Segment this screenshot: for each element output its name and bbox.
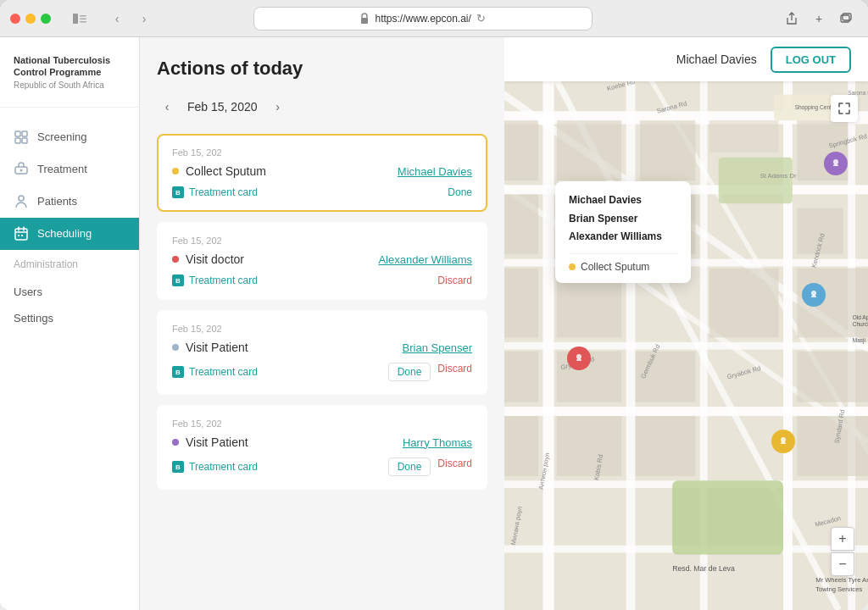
browser-titlebar: ‹ › https://www.epcon.ai/ ↻ + [0, 0, 868, 37]
sidebar-item-settings[interactable]: Settings [0, 305, 139, 331]
tc-icon-4: B [172, 461, 184, 473]
administration-label: Administration [0, 250, 139, 279]
svg-rect-2 [80, 18, 86, 19]
svg-rect-54 [557, 416, 621, 476]
treatment-card-link-4[interactable]: B Treatment card [172, 461, 258, 473]
card-person-4[interactable]: Harry Thomas [403, 436, 472, 449]
treatment-icon [14, 162, 29, 177]
map-pin-yellow2[interactable] [771, 430, 795, 453]
grid-icon [14, 130, 29, 145]
svg-rect-52 [797, 352, 868, 402]
treatment-card-link-2[interactable]: B Treatment card [172, 274, 258, 286]
main-content: Actions of today ‹ Feb 15, 2020 › Feb 15… [140, 37, 504, 610]
map-area: Michael Davies LOG OUT [504, 37, 868, 610]
card-date-2: Feb 15, 202 [172, 236, 472, 246]
dot-yellow-1 [172, 168, 179, 175]
zoom-in-button[interactable]: + [831, 527, 854, 551]
tc-label-2: Treatment card [189, 274, 258, 286]
svg-rect-35 [672, 480, 783, 554]
refresh-icon[interactable]: ↻ [476, 12, 486, 25]
discard-label-2[interactable]: Discard [437, 274, 472, 286]
svg-text:Resd. Mar de Leva: Resd. Mar de Leva [672, 564, 735, 573]
sidebar-item-treatment[interactable]: Treatment [0, 153, 139, 186]
tc-label-1: Treatment card [189, 186, 258, 198]
svg-rect-49 [504, 352, 538, 402]
share-icon[interactable] [780, 7, 804, 30]
next-date-button[interactable]: › [268, 97, 288, 117]
address-bar[interactable]: https://www.epcon.ai/ ↻ [253, 7, 593, 30]
expand-icon [837, 102, 851, 115]
tabs-icon[interactable] [834, 7, 858, 30]
minimize-button[interactable] [25, 14, 36, 24]
card-person-2[interactable]: Alexander Williams [378, 253, 472, 266]
card-action-2: Visit doctor [172, 252, 244, 266]
map-popup: Michael Davies Brian Spenser Alexander W… [555, 181, 691, 283]
prev-date-button[interactable]: ‹ [157, 97, 177, 117]
zoom-out-button[interactable]: − [831, 552, 854, 576]
svg-text:St Adams Dr: St Adams Dr [760, 172, 797, 180]
svg-rect-10 [22, 138, 27, 143]
svg-rect-9 [15, 138, 20, 143]
svg-text:Masji: Masji [853, 337, 866, 344]
svg-point-12 [20, 169, 23, 171]
patients-label: Patients [37, 195, 77, 208]
sidebar-item-patients[interactable]: Patients [0, 186, 139, 218]
done-button-4[interactable]: Done [388, 458, 431, 476]
card-main-row-4: Visit Patient Harry Thomas [172, 435, 472, 449]
treatment-card-link-1[interactable]: B Treatment card [172, 186, 258, 198]
tc-icon-3: B [172, 366, 184, 378]
action-card-visit-patient-brian: Feb 15, 202 Visit Patient Brian Spenser … [157, 310, 487, 395]
forward-button[interactable]: › [132, 7, 156, 30]
svg-text:Mr Wheels Tyre And: Mr Wheels Tyre And [815, 576, 868, 584]
browser-window: ‹ › https://www.epcon.ai/ ↻ + Nationa [0, 0, 868, 610]
map-pin-purple[interactable] [824, 152, 848, 175]
action-card-visit-doctor: Feb 15, 202 Visit doctor Alexander Willi… [157, 222, 487, 300]
treatment-label: Treatment [37, 163, 87, 175]
action-label-1: Collect Sputum [186, 164, 266, 178]
treatment-card-link-3[interactable]: B Treatment card [172, 366, 258, 378]
browser-actions: + [780, 7, 858, 30]
popup-names: Michael Davies Brian Spenser Alexander W… [569, 191, 677, 247]
card-main-row-1: Collect Sputum Michael Davies [172, 164, 472, 178]
browser-nav: ‹ › [105, 7, 156, 30]
discard-button-3[interactable]: Discard [437, 363, 472, 381]
svg-rect-0 [73, 14, 78, 24]
popup-name-1: Michael Davies [569, 191, 677, 210]
svg-rect-4 [361, 18, 368, 24]
back-button[interactable]: ‹ [105, 7, 129, 30]
new-tab-icon[interactable]: + [807, 7, 831, 30]
done-label-1[interactable]: Done [448, 186, 472, 198]
map-pin-red[interactable] [567, 347, 591, 370]
logout-button[interactable]: LOG OUT [771, 47, 851, 73]
card-person-3[interactable]: Brian Spenser [403, 341, 472, 354]
svg-rect-45 [504, 269, 538, 338]
card-date-3: Feb 15, 202 [172, 324, 472, 334]
card-person-1[interactable]: Michael Davies [398, 165, 472, 178]
sidebar-item-screening[interactable]: Screening [0, 121, 139, 153]
current-date: Feb 15, 2020 [187, 100, 258, 114]
close-button[interactable] [10, 14, 20, 24]
svg-rect-7 [15, 131, 20, 136]
sidebar-toggle-icon[interactable] [68, 7, 92, 30]
popup-name-2: Brian Spenser [569, 210, 677, 229]
card-main-row-2: Visit doctor Alexander Williams [172, 252, 472, 266]
map-expand-button[interactable] [831, 95, 858, 122]
map-pin-blue[interactable] [802, 283, 826, 307]
svg-rect-39 [709, 120, 779, 152]
calendar-icon [14, 226, 29, 241]
card-actions-right-3: Done Discard [388, 363, 472, 381]
svg-rect-36 [504, 120, 538, 180]
maximize-button[interactable] [41, 14, 51, 24]
date-navigator: ‹ Feb 15, 2020 › [157, 97, 487, 117]
sidebar-item-users[interactable]: Users [0, 279, 139, 305]
done-button-3[interactable]: Done [388, 363, 431, 381]
dot-red-2 [172, 256, 179, 263]
svg-rect-1 [80, 15, 86, 17]
header-bar: Michael Davies LOG OUT [504, 37, 868, 81]
user-name: Michael Davies [676, 53, 757, 66]
svg-rect-15 [18, 235, 19, 236]
org-name: National Tuberculosis Control Programme [14, 54, 125, 79]
svg-rect-14 [15, 229, 27, 240]
discard-button-4[interactable]: Discard [437, 458, 472, 476]
sidebar-item-scheduling[interactable]: Scheduling [0, 218, 139, 250]
